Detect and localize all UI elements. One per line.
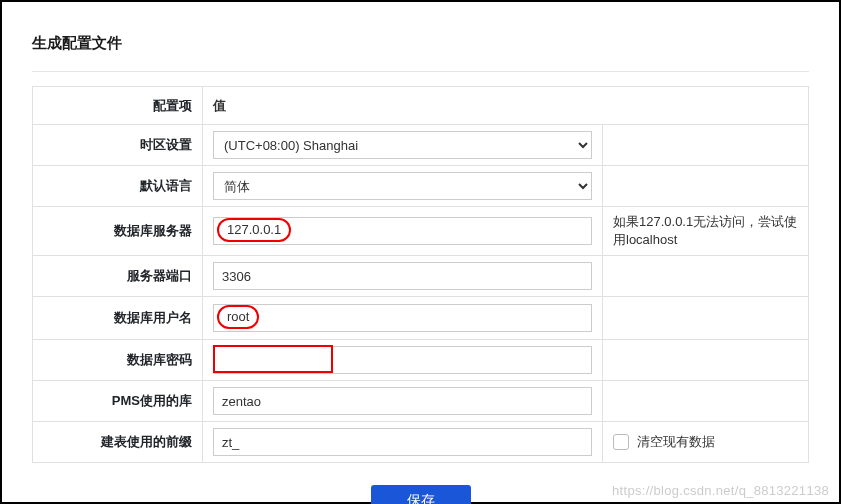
label-language: 默认语言: [33, 166, 203, 207]
row-language: 默认语言 简体: [33, 166, 809, 207]
label-prefix: 建表使用的前缀: [33, 422, 203, 463]
clear-data-checkbox[interactable]: [613, 434, 629, 450]
watermark: https://blog.csdn.net/q_8813221138: [612, 483, 829, 498]
page-title: 生成配置文件: [32, 22, 809, 71]
dbpassword-input[interactable]: [213, 346, 592, 374]
port-input[interactable]: [213, 262, 592, 290]
row-port: 服务器端口: [33, 256, 809, 297]
config-table: 配置项 值 时区设置 (UTC+08:00) Shanghai 默认语言 简体: [32, 86, 809, 463]
divider: [32, 71, 809, 72]
pmsdb-input[interactable]: [213, 387, 592, 415]
header-label: 配置项: [33, 87, 203, 125]
save-button[interactable]: 保存: [371, 485, 471, 504]
header-value: 值: [203, 87, 809, 125]
label-dbpassword: 数据库密码: [33, 340, 203, 381]
dbserver-input[interactable]: [213, 217, 592, 245]
hint-dbserver: 如果127.0.0.1无法访问，尝试使用localhost: [603, 207, 809, 256]
label-dbserver: 数据库服务器: [33, 207, 203, 256]
row-prefix: 建表使用的前缀 清空现有数据: [33, 422, 809, 463]
hint-pmsdb: [603, 381, 809, 422]
hint-dbpassword: [603, 340, 809, 381]
hint-dbuser: [603, 297, 809, 340]
language-select[interactable]: 简体: [213, 172, 592, 200]
row-dbserver: 数据库服务器 127.0.0.1 如果127.0.0.1无法访问，尝试使用loc…: [33, 207, 809, 256]
hint-language: [603, 166, 809, 207]
timezone-select[interactable]: (UTC+08:00) Shanghai: [213, 131, 592, 159]
table-header-row: 配置项 值: [33, 87, 809, 125]
clear-data-label: 清空现有数据: [637, 433, 715, 451]
prefix-input[interactable]: [213, 428, 592, 456]
label-dbuser: 数据库用户名: [33, 297, 203, 340]
label-port: 服务器端口: [33, 256, 203, 297]
row-timezone: 时区设置 (UTC+08:00) Shanghai: [33, 125, 809, 166]
hint-port: [603, 256, 809, 297]
row-pmsdb: PMS使用的库: [33, 381, 809, 422]
row-dbuser: 数据库用户名 root: [33, 297, 809, 340]
hint-timezone: [603, 125, 809, 166]
dbuser-input[interactable]: [213, 304, 592, 332]
label-pmsdb: PMS使用的库: [33, 381, 203, 422]
label-timezone: 时区设置: [33, 125, 203, 166]
row-dbpassword: 数据库密码: [33, 340, 809, 381]
